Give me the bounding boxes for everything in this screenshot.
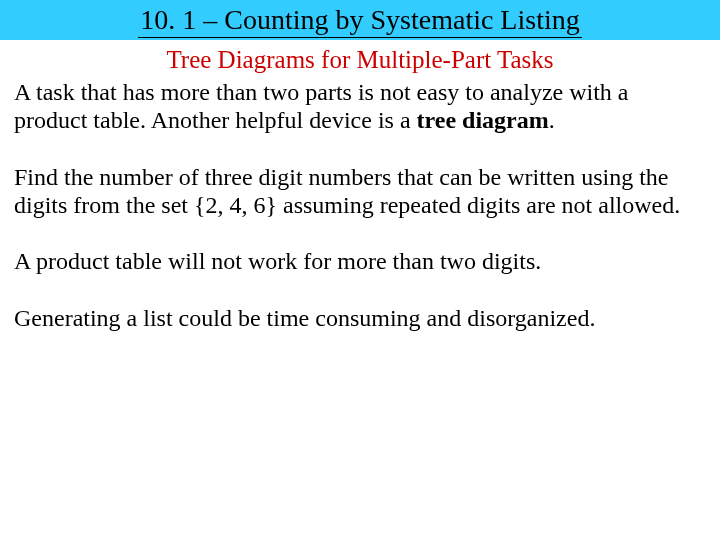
intro-text-c: .	[549, 107, 555, 133]
paragraph-problem: Find the number of three digit numbers t…	[14, 163, 706, 220]
subtitle: Tree Diagrams for Multiple-Part Tasks	[14, 46, 706, 74]
paragraph-intro: A task that has more than two parts is n…	[14, 78, 706, 135]
paragraph-note2: Generating a list could be time consumin…	[14, 304, 706, 332]
paragraph-note1: A product table will not work for more t…	[14, 247, 706, 275]
tree-diagram-term: tree diagram	[417, 107, 549, 133]
page-title: 10. 1 – Counting by Systematic Listing	[138, 4, 581, 38]
header-bar: 10. 1 – Counting by Systematic Listing	[0, 0, 720, 40]
content-area: Tree Diagrams for Multiple-Part Tasks A …	[0, 40, 720, 332]
